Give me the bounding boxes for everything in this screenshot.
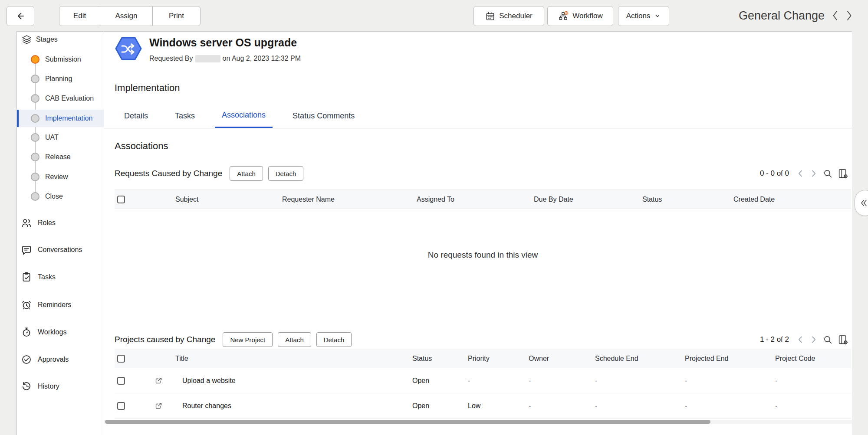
page-previous-icon[interactable] (796, 169, 805, 178)
sidebar-item-approvals[interactable]: Approvals (17, 350, 104, 369)
horizontal-scrollbar-thumb[interactable] (105, 420, 710, 424)
edit-button[interactable]: Edit (59, 6, 100, 26)
projects-table: Title Status Priority Owner Schedule End… (115, 349, 851, 419)
stage-dot (31, 94, 39, 103)
sidebar-item-reminders[interactable]: Reminders (17, 295, 104, 314)
sidebar-item-label: Worklogs (38, 328, 66, 336)
scheduler-button[interactable]: Scheduler (473, 6, 544, 26)
page-next-icon[interactable] (809, 169, 818, 178)
sidebar-item-label: Conversations (38, 246, 82, 254)
row-checkbox[interactable] (117, 377, 125, 385)
previous-change-button[interactable] (831, 9, 839, 22)
back-arrow-icon (15, 11, 26, 21)
column-header-created-date[interactable]: Created Date (733, 196, 851, 203)
column-header-due-by-date[interactable]: Due By Date (534, 196, 642, 203)
column-header-title[interactable]: Title (175, 355, 412, 363)
column-header-requester-name[interactable]: Requester Name (282, 196, 417, 203)
requests-pagination-text: 0 - 0 of 0 (760, 169, 789, 178)
page-next-icon[interactable] (809, 335, 818, 344)
requests-table-header: Subject Requester Name Assigned To Due B… (115, 190, 851, 209)
sidebar-item-tasks[interactable]: Tasks (17, 268, 104, 287)
column-header-status[interactable]: Status (412, 355, 468, 363)
column-header-status[interactable]: Status (642, 196, 733, 203)
sidebar-item-label: Tasks (38, 273, 56, 281)
open-in-new-icon[interactable] (141, 402, 175, 410)
associations-heading: Associations (115, 141, 168, 152)
workflow-button[interactable]: Workflow (547, 6, 613, 26)
column-header-project-code[interactable]: Project Code (775, 355, 851, 363)
tab-status-comments[interactable]: Status Comments (286, 104, 362, 128)
stage-item-close[interactable]: Close (17, 188, 104, 205)
projects-list-title: Projects caused by Change (115, 335, 215, 344)
projects-attach-button[interactable]: Attach (278, 332, 311, 347)
select-all-checkbox[interactable] (117, 355, 125, 363)
new-project-button[interactable]: New Project (223, 332, 273, 347)
row-checkbox[interactable] (117, 402, 125, 410)
column-header-owner[interactable]: Owner (529, 355, 595, 363)
stage-item-implementation[interactable]: Implementation (17, 110, 104, 127)
stage-item-release[interactable]: Release (17, 148, 104, 166)
stage-item-planning[interactable]: Planning (17, 70, 104, 88)
sidebar-item-conversations[interactable]: Conversations (17, 240, 104, 259)
open-in-new-icon[interactable] (141, 376, 175, 385)
assign-button[interactable]: Assign (100, 6, 153, 26)
project-schedule-end: - (595, 402, 685, 410)
search-icon[interactable] (823, 169, 833, 179)
tab-details[interactable]: Details (117, 104, 155, 128)
change-detail-screen: Edit Assign Print Scheduler (0, 0, 868, 435)
stage-dot (31, 173, 39, 181)
requests-attach-button[interactable]: Attach (230, 166, 263, 181)
page-previous-icon[interactable] (796, 335, 805, 344)
stage-dot (31, 153, 39, 161)
column-settings-icon[interactable] (838, 168, 848, 179)
back-button[interactable] (7, 6, 34, 26)
stage-item-uat[interactable]: UAT (17, 129, 104, 146)
column-header-assigned-to[interactable]: Assigned To (417, 196, 534, 203)
projects-table-header: Title Status Priority Owner Schedule End… (115, 349, 851, 368)
stage-label: Review (45, 173, 68, 181)
sidebar-item-roles[interactable]: Roles (17, 213, 104, 232)
sidebar: Stages Submission Planning CAB Evaluatio… (16, 31, 104, 435)
column-header-subject[interactable]: Subject (175, 196, 282, 203)
requested-by-label: Requested By (149, 55, 193, 62)
column-header-schedule-end[interactable]: Schedule End (595, 355, 685, 363)
actions-button[interactable]: Actions (618, 6, 669, 26)
select-all-checkbox[interactable] (117, 196, 125, 203)
stage-section-heading: Implementation (115, 82, 180, 94)
worklogs-icon (21, 327, 32, 338)
chevron-down-icon (654, 13, 661, 20)
reminders-icon (21, 299, 32, 311)
tab-associations[interactable]: Associations (215, 104, 273, 128)
project-code: - (775, 402, 851, 410)
column-header-priority[interactable]: Priority (468, 355, 529, 363)
column-header-projected-end[interactable]: Projected End (685, 355, 775, 363)
requests-detach-button[interactable]: Detach (268, 166, 304, 181)
sidebar-item-label: Approvals (38, 356, 69, 363)
stage-item-cab-evaluation[interactable]: CAB Evaluation (17, 90, 104, 107)
sidebar-item-history[interactable]: History (17, 377, 104, 396)
stage-label: Implementation (45, 114, 92, 122)
workflow-icon (558, 11, 569, 22)
project-projected-end: - (685, 377, 775, 385)
stage-item-review[interactable]: Review (17, 168, 104, 186)
sidebar-item-worklogs[interactable]: Worklogs (17, 323, 104, 342)
requests-pagination: 0 - 0 of 0 (760, 168, 848, 179)
stage-dot (31, 133, 39, 142)
project-projected-end: - (685, 402, 775, 410)
project-row: Upload a website Open - - - - - (115, 368, 851, 393)
change-type-header: General Change (739, 5, 853, 26)
requests-table: Subject Requester Name Assigned To Due B… (115, 190, 851, 330)
collapse-panel-handle[interactable] (855, 190, 868, 216)
project-title-link[interactable]: Upload a website (175, 377, 412, 385)
column-settings-icon[interactable] (838, 334, 848, 345)
stage-item-submission[interactable]: Submission (17, 51, 104, 68)
tab-tasks[interactable]: Tasks (168, 104, 202, 128)
sidebar-item-label: Reminders (38, 301, 71, 309)
project-status: Open (412, 402, 468, 410)
next-change-button[interactable] (845, 9, 853, 22)
project-title-link[interactable]: Router changes (175, 402, 412, 410)
stage-label: Close (45, 193, 63, 200)
print-button[interactable]: Print (152, 6, 201, 26)
search-icon[interactable] (823, 335, 833, 345)
projects-detach-button[interactable]: Detach (316, 332, 352, 347)
